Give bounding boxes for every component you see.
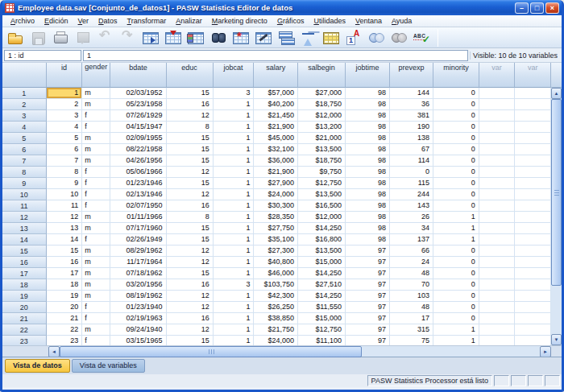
menu-marketing-directo[interactable]: Marketing directo [207, 16, 272, 26]
cell[interactable]: $15,000 [298, 313, 346, 324]
cell[interactable]: 01/23/1946 [110, 178, 166, 189]
cell[interactable]: 0 [433, 155, 479, 167]
row-header-6[interactable]: 6 [2, 144, 47, 155]
cell[interactable]: $13,500 [298, 246, 346, 257]
cell-var1[interactable] [479, 257, 516, 268]
cell-var2[interactable] [515, 133, 551, 144]
cell[interactable]: 1 [214, 155, 255, 167]
cell[interactable]: 02/07/1950 [110, 200, 166, 212]
cell[interactable]: 98 [346, 200, 390, 212]
cell[interactable]: 15 [167, 88, 214, 99]
cell[interactable]: $11,550 [298, 302, 346, 313]
cell-var2[interactable] [515, 313, 551, 324]
cell[interactable]: 1 [214, 324, 255, 336]
cell[interactable]: $16,500 [298, 200, 346, 212]
cell[interactable]: 26 [390, 212, 433, 223]
cell-editor-input[interactable]: 1 [83, 50, 468, 61]
column-header-bdate[interactable]: bdate [110, 63, 166, 88]
cell[interactable]: 07/26/1929 [110, 110, 166, 122]
column-header-var[interactable]: var [515, 63, 551, 88]
cell[interactable]: 244 [390, 189, 433, 200]
recall-dialogs-button[interactable] [72, 28, 94, 47]
cell[interactable]: 115 [390, 178, 433, 189]
cell[interactable]: 15 [167, 268, 214, 279]
cell[interactable]: 12 [167, 110, 214, 122]
cell[interactable]: 07/17/1960 [110, 223, 166, 234]
cell[interactable]: 6 [47, 144, 83, 155]
cell[interactable]: 98 [346, 178, 390, 189]
vertical-scrollbar-thumb[interactable] [551, 99, 562, 286]
menu-datos[interactable]: Datos [93, 16, 122, 26]
cell[interactable]: $38,850 [254, 313, 298, 324]
cell[interactable]: $27,750 [254, 223, 298, 234]
row-header-13[interactable]: 13 [2, 223, 47, 234]
cell-var2[interactable] [515, 268, 551, 279]
cell-var2[interactable] [515, 200, 551, 212]
cell-var1[interactable] [479, 200, 516, 212]
cell[interactable]: 98 [346, 110, 390, 122]
weight-cases-button[interactable] [297, 28, 320, 47]
row-header-2[interactable]: 2 [2, 99, 47, 110]
menu-ver[interactable]: Ver [73, 16, 94, 26]
cell[interactable]: 1 [433, 336, 479, 345]
selected-cell[interactable]: 1 [47, 88, 83, 99]
cell[interactable]: $24,000 [254, 189, 298, 200]
scroll-down-button[interactable]: ▼ [551, 334, 562, 345]
cell-var1[interactable] [479, 122, 516, 133]
cell[interactable]: 0 [433, 189, 479, 200]
cell[interactable]: f [82, 313, 110, 324]
cell[interactable]: $12,750 [298, 324, 346, 336]
row-header-19[interactable]: 19 [2, 291, 47, 302]
cell-var2[interactable] [515, 99, 551, 110]
cell[interactable]: 137 [390, 234, 433, 246]
scroll-left-button[interactable]: ◄ [48, 346, 60, 357]
cell[interactable]: $27,900 [254, 178, 298, 189]
cell[interactable]: 09/24/1940 [110, 324, 166, 336]
cell[interactable]: 0 [433, 144, 479, 155]
cell[interactable]: 16 [47, 257, 83, 268]
cell[interactable]: m [82, 99, 110, 110]
cell[interactable]: 03/15/1965 [110, 336, 166, 345]
cell[interactable]: 0 [390, 167, 433, 178]
cell[interactable]: $14,250 [298, 291, 346, 302]
cell[interactable]: 98 [346, 133, 390, 144]
cell-var2[interactable] [515, 324, 551, 336]
cell-var1[interactable] [479, 110, 516, 122]
cell[interactable]: 98 [346, 155, 390, 167]
cell[interactable]: 17 [390, 313, 433, 324]
cell[interactable]: f [82, 336, 110, 345]
cell[interactable]: f [82, 178, 110, 189]
cell[interactable]: 98 [346, 234, 390, 246]
cell[interactable]: m [82, 133, 110, 144]
tab-vista-de-variables[interactable]: Vista de variables [72, 359, 145, 373]
maximize-button[interactable]: □ [530, 2, 544, 14]
cell[interactable]: 03/20/1956 [110, 279, 166, 291]
cell-var2[interactable] [515, 234, 551, 246]
cell[interactable]: 14 [47, 234, 83, 246]
cell[interactable]: 1 [214, 167, 255, 178]
cell[interactable]: 15 [47, 246, 83, 257]
cell[interactable]: $9,750 [298, 167, 346, 178]
cell[interactable]: $24,000 [254, 336, 298, 345]
value-labels-button[interactable] [342, 28, 365, 47]
cell-var1[interactable] [479, 336, 516, 345]
row-header-3[interactable]: 3 [2, 110, 47, 122]
row-header-7[interactable]: 7 [2, 155, 47, 167]
column-header-salbegin[interactable]: salbegin [298, 63, 346, 88]
cell[interactable]: $27,510 [298, 279, 346, 291]
cell-var2[interactable] [515, 212, 551, 223]
cell[interactable]: 16 [167, 99, 214, 110]
variables-button[interactable] [185, 28, 207, 47]
cell[interactable]: m [82, 324, 110, 336]
cell[interactable]: 13 [47, 223, 83, 234]
cell[interactable]: $27,300 [254, 246, 298, 257]
cell[interactable]: 98 [346, 122, 390, 133]
cell-var2[interactable] [515, 246, 551, 257]
cell[interactable]: f [82, 122, 110, 133]
cell[interactable]: 01/11/1966 [110, 212, 166, 223]
cell[interactable]: 15 [167, 178, 214, 189]
cell[interactable]: 0 [433, 167, 479, 178]
cell-var2[interactable] [515, 167, 551, 178]
menu-utilidades[interactable]: Utilidades [309, 16, 350, 26]
row-header-16[interactable]: 16 [2, 257, 47, 268]
